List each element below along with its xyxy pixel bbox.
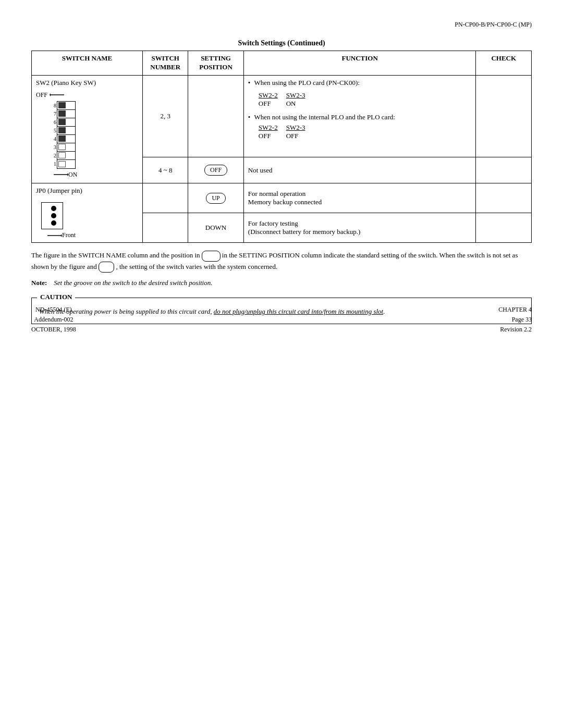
jp0-check-up bbox=[476, 183, 532, 213]
jp0-check-down bbox=[476, 213, 532, 243]
table-row: JP0 (Jumper pin) bbox=[32, 183, 532, 213]
footer-left: ND-45504 (E) Addendum-002 OCTOBER, 1998 bbox=[31, 305, 76, 335]
switch-row-6: 6 bbox=[57, 118, 75, 127]
footer-chapter: CHAPTER 4 bbox=[498, 305, 532, 315]
footer-addendum: Addendum-002 bbox=[31, 315, 76, 325]
footer-right: CHAPTER 4 Page 33 Revision 2.2 bbox=[498, 305, 532, 335]
footer-page: Page 33 bbox=[498, 315, 532, 325]
jp0-function-down-line2: (Disconnect battery for memory backup.) bbox=[248, 228, 472, 236]
jp0-switch-number-down bbox=[143, 213, 188, 243]
up-button: UP bbox=[206, 193, 225, 204]
switch-row-2: 2 bbox=[57, 152, 75, 160]
sw2-function-23: • When using the PLO card (PN-CK00): SW2… bbox=[243, 75, 476, 157]
footnote-text1: The figure in the SWITCH NAME column and… bbox=[31, 251, 200, 259]
switch-row-4: 4 bbox=[57, 135, 75, 143]
off-arrow-icon bbox=[50, 92, 65, 98]
switch-settings-table: SWITCH NAME SWITCH NUMBER SETTINGPOSITIO… bbox=[31, 51, 532, 243]
function-bullet1: • When using the PLO card (PN-CK00): bbox=[248, 79, 472, 87]
jp0-front-label: Front bbox=[46, 231, 138, 239]
off-arrow-label: OFF bbox=[36, 91, 77, 99]
switch-row-3: 3 bbox=[57, 143, 75, 152]
sw2-switch-number-48: 4 ~ 8 bbox=[143, 157, 188, 183]
page-header: PN-CP00-B/PN-CP00-C (MP) bbox=[31, 21, 532, 29]
jp0-pin-3 bbox=[51, 220, 58, 226]
footnote-text3: , the setting of the switch varies with … bbox=[116, 263, 277, 270]
jp0-label: JP0 (Jumper pin) bbox=[36, 187, 138, 195]
sw2-check-48 bbox=[476, 157, 532, 183]
th-function: FUNCTION bbox=[243, 51, 476, 76]
down-label: DOWN bbox=[205, 224, 226, 231]
switch-body: 8 7 6 bbox=[57, 101, 76, 169]
th-setting-position: SETTINGPOSITION bbox=[188, 51, 244, 76]
jp0-function-up: For normal operation Memory backup conne… bbox=[243, 183, 476, 213]
sw2-3-val2: OFF bbox=[286, 132, 305, 140]
caution-label: CAUTION bbox=[37, 293, 75, 301]
sw2-2-val1: OFF bbox=[259, 100, 286, 108]
sw2-label: SW2 (Piano Key SW) bbox=[36, 79, 138, 87]
sw2-3-header-b: SW2-3 bbox=[286, 124, 305, 132]
sw2-3-header: SW2-3 bbox=[286, 91, 305, 100]
sw2-switch-number-23: 2, 3 bbox=[143, 75, 188, 157]
footnote: The figure in the SWITCH NAME column and… bbox=[31, 250, 532, 273]
jp0-setting-pos-down: DOWN bbox=[188, 213, 244, 243]
footer-revision: Revision 2.2 bbox=[498, 325, 532, 335]
th-switch-number: SWITCH NUMBER bbox=[143, 51, 188, 76]
footer-nd: ND-45504 (E) bbox=[31, 305, 76, 315]
sw2-function-48: Not used bbox=[243, 157, 476, 183]
sw2-2-header: SW2-2 bbox=[259, 91, 286, 100]
table-row: SW2 (Piano Key SW) OFF bbox=[32, 75, 532, 157]
switch-row-5: 5 bbox=[57, 127, 75, 135]
footer-date: OCTOBER, 1998 bbox=[31, 325, 76, 335]
note-text: Set the groove on the switch to the desi… bbox=[54, 279, 212, 287]
switch-row-1: 1 bbox=[57, 160, 75, 168]
footnote-inline-box2 bbox=[99, 262, 114, 273]
on-arrow-label: ON bbox=[53, 171, 77, 179]
sw2-2-val2: OFF bbox=[259, 132, 286, 140]
svg-marker-1 bbox=[50, 93, 51, 96]
footnote-inline-box1 bbox=[202, 251, 221, 262]
switch-row-7: 7 bbox=[57, 110, 75, 118]
sw2-setting-pos-23 bbox=[188, 75, 244, 157]
jp0-function-down-line1: For factory testing bbox=[248, 219, 472, 228]
piano-key-diagram: OFF 8 bbox=[36, 91, 77, 179]
note-line: Note: Set the groove on the switch to th… bbox=[31, 279, 532, 287]
note-label: Note: bbox=[31, 279, 47, 287]
jp0-pin-2 bbox=[51, 213, 58, 218]
jp0-function-up-line2: Memory backup connected bbox=[248, 198, 472, 206]
jp0-function-up-line1: For normal operation bbox=[248, 190, 472, 198]
page-footer: ND-45504 (E) Addendum-002 OCTOBER, 1998 … bbox=[31, 305, 532, 335]
th-check: CHECK bbox=[476, 51, 532, 76]
off-button: OFF bbox=[204, 165, 227, 176]
sw2-check-23 bbox=[476, 75, 532, 157]
sw2-3-val1: ON bbox=[286, 100, 305, 108]
sw2-2-header-b: SW2-2 bbox=[259, 124, 286, 132]
switch-row-8: 8 bbox=[57, 102, 75, 110]
sw2-setting-pos-48: OFF bbox=[188, 157, 244, 183]
jp0-switch-number-up bbox=[143, 183, 188, 213]
section-title: Switch Settings (Continued) bbox=[31, 39, 532, 47]
jp0-setting-pos-up: UP bbox=[188, 183, 244, 213]
jp0-arrow-icon bbox=[46, 232, 62, 239]
sw2-name-cell: SW2 (Piano Key SW) OFF bbox=[32, 75, 143, 183]
jp0-function-down: For factory testing (Disconnect battery … bbox=[243, 213, 476, 243]
th-switch-name: SWITCH NAME bbox=[32, 51, 143, 76]
on-arrow-icon bbox=[53, 171, 68, 178]
function-bullet2-wrap: • When not using the internal PLO and th… bbox=[248, 113, 472, 121]
jp0-diagram bbox=[41, 202, 63, 229]
jp0-name-cell: JP0 (Jumper pin) bbox=[32, 183, 143, 243]
jp0-pin-1 bbox=[51, 206, 58, 211]
header-text: PN-CP00-B/PN-CP00-C (MP) bbox=[455, 21, 532, 28]
